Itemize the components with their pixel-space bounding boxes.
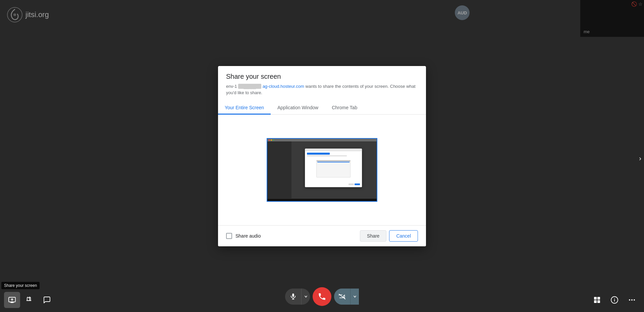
preview-footer-btns — [348, 183, 360, 185]
desc-redacted: ████ — [238, 84, 261, 89]
video-muted-icon — [338, 293, 346, 300]
tab-application-window[interactable]: Application Window — [271, 102, 325, 115]
share-screen-button[interactable] — [4, 292, 20, 308]
preview-modal — [305, 148, 362, 187]
share-screen-icon — [8, 296, 16, 304]
preview-taskbar — [267, 199, 377, 201]
hangup-button[interactable] — [313, 287, 331, 306]
raise-hand-button[interactable] — [21, 292, 38, 308]
toolbar-left: Share your screen — [0, 292, 55, 312]
toolbar-right — [589, 292, 644, 312]
toolbar-center — [285, 287, 359, 310]
share-button[interactable]: Share — [360, 230, 386, 242]
mic-icon — [289, 293, 297, 300]
preview-inner-dialog — [316, 160, 351, 178]
mic-arrow-button[interactable] — [301, 289, 310, 305]
svg-rect-8 — [594, 300, 597, 303]
svg-rect-9 — [597, 300, 600, 303]
preview-sidebar — [267, 141, 291, 198]
more-button[interactable] — [624, 292, 640, 308]
svg-point-14 — [631, 299, 633, 301]
preview-browser-bar — [267, 139, 377, 141]
desc-domain: ag-cloud.hosteur.com — [263, 84, 304, 89]
hangup-icon — [318, 292, 326, 301]
tab-content-entire-screen[interactable] — [218, 115, 426, 225]
preview-inner — [267, 139, 377, 201]
modal-header: Share your screen env-1 ████ ag-cloud.ho… — [218, 66, 426, 96]
chevron-right-button[interactable]: › — [636, 152, 644, 161]
modal-footer: Share audio Share Cancel — [218, 225, 426, 246]
screen-preview[interactable] — [267, 138, 377, 202]
desc-prefix: env-1 — [226, 84, 237, 89]
modal-backdrop: Share your screen env-1 ████ ag-cloud.ho… — [0, 0, 644, 312]
svg-rect-6 — [594, 297, 597, 300]
mic-button-group — [285, 289, 310, 305]
tab-chrome-tab[interactable]: Chrome Tab — [325, 102, 364, 115]
share-screen-modal: Share your screen env-1 ████ ag-cloud.ho… — [218, 66, 426, 246]
share-audio-label: Share audio — [235, 233, 261, 239]
svg-rect-7 — [597, 297, 600, 300]
video-arrow-button[interactable] — [350, 289, 359, 305]
modal-description: env-1 ████ ag-cloud.hosteur.com wants to… — [226, 83, 418, 96]
svg-rect-3 — [292, 294, 294, 297]
tab-bar: Your Entire Screen Application Window Ch… — [218, 102, 426, 115]
share-audio-checkbox[interactable] — [226, 233, 232, 239]
video-main-button[interactable] — [334, 289, 350, 305]
share-screen-tooltip: Share your screen — [1, 282, 40, 289]
more-icon — [628, 296, 636, 304]
modal-title: Share your screen — [226, 73, 418, 80]
info-button[interactable] — [606, 292, 623, 308]
preview-desktop — [267, 139, 377, 201]
chat-icon — [43, 296, 51, 304]
info-icon — [610, 296, 619, 304]
video-button-group — [334, 289, 359, 305]
footer-buttons: Share Cancel — [360, 230, 418, 242]
tab-entire-screen[interactable]: Your Entire Screen — [218, 102, 271, 115]
bottom-toolbar: Share your screen — [0, 285, 644, 312]
tile-view-button[interactable] — [589, 292, 605, 308]
share-audio-wrapper: Share audio — [226, 233, 261, 239]
tile-view-icon — [593, 296, 601, 304]
video-chevron-down-icon — [353, 295, 357, 298]
svg-point-15 — [634, 299, 635, 301]
svg-point-13 — [629, 299, 630, 301]
mic-chevron-down-icon — [304, 295, 308, 298]
raise-hand-icon — [25, 296, 34, 304]
cancel-button[interactable]: Cancel — [389, 230, 418, 242]
chat-button[interactable] — [39, 292, 55, 308]
mic-main-button[interactable] — [285, 289, 301, 305]
